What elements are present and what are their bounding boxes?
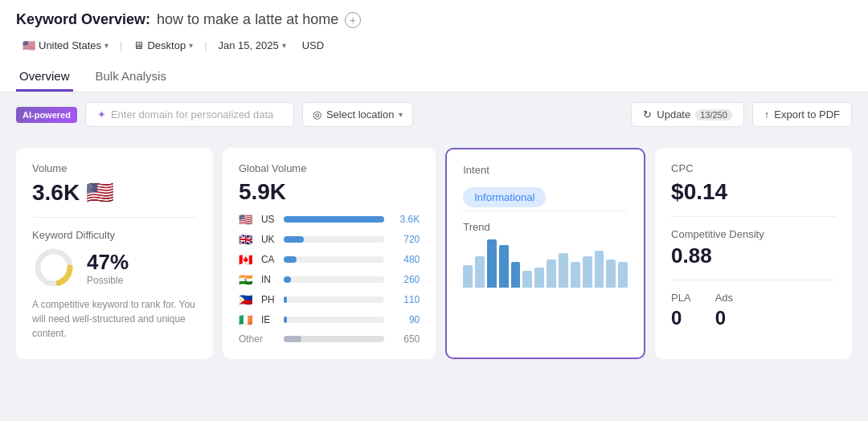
- country-code-US: US: [261, 214, 277, 225]
- difficulty-donut-chart: [32, 246, 76, 289]
- country-bar-row: 🇺🇸 US 3.6K: [239, 213, 420, 226]
- title-row: Keyword Overview: how to make a latte at…: [16, 11, 852, 28]
- ads-label: Ads: [715, 292, 733, 304]
- bar-fill-IE: [284, 317, 287, 323]
- trend-bar-11: [595, 251, 604, 288]
- device-selector[interactable]: 🖥 Desktop ▾: [127, 36, 199, 55]
- trend-bar-10: [583, 256, 592, 288]
- country-code-IE: IE: [261, 314, 277, 325]
- pla-col: PLA 0: [671, 292, 691, 329]
- tab-overview[interactable]: Overview: [16, 63, 73, 92]
- add-keyword-button[interactable]: +: [345, 12, 361, 28]
- country-flag-PH: 🇵🇭: [239, 293, 255, 306]
- country-label: United States: [39, 39, 101, 51]
- intent-label: Intent: [463, 164, 628, 176]
- pla-value: 0: [671, 307, 691, 329]
- device-icon: 🖥: [133, 39, 144, 51]
- bar-fill-UK: [284, 236, 304, 243]
- date-selector[interactable]: Jan 15, 2025 ▾: [212, 36, 293, 55]
- comp-density-value: 0.88: [671, 243, 836, 268]
- export-button[interactable]: ↑ Export to PDF: [752, 102, 852, 127]
- country-flag-CA: 🇨🇦: [239, 253, 255, 266]
- export-icon: ↑: [764, 108, 770, 121]
- bar-track-UK: [284, 236, 384, 243]
- intent-badge-value: Informational: [463, 187, 546, 207]
- volume-flag: 🇺🇸: [86, 179, 114, 206]
- bar-value-IN: 260: [391, 274, 420, 285]
- trend-bar-2: [487, 239, 497, 288]
- pla-label: PLA: [671, 292, 691, 304]
- location-selector[interactable]: ◎ Select location ▾: [302, 102, 414, 127]
- country-bar-row: 🇨🇦 CA 480: [239, 253, 420, 266]
- trend-section: Trend: [463, 210, 628, 288]
- tab-bulk-analysis[interactable]: Bulk Analysis: [92, 63, 170, 92]
- trend-bar-8: [559, 253, 568, 288]
- country-flag-US: 🇺🇸: [239, 213, 255, 226]
- date-chevron-icon: ▾: [282, 41, 286, 50]
- bar-track-CA: [284, 256, 384, 263]
- date-label: Jan 15, 2025: [219, 39, 279, 51]
- trend-bar-0: [463, 265, 473, 288]
- bar-track-US: [284, 216, 384, 223]
- intent-badge: Informational: [463, 181, 628, 207]
- location-pin-icon: ◎: [313, 108, 321, 121]
- cpc-value: $0.14: [671, 179, 836, 205]
- country-selector[interactable]: 🇺🇸 United States ▾: [16, 36, 115, 55]
- difficulty-value: 47%: [87, 250, 129, 275]
- domain-placeholder: Enter domain for personalized data: [111, 108, 273, 121]
- trend-bar-6: [534, 268, 544, 288]
- comp-density-label: Competitive Density: [671, 228, 836, 240]
- bar-fill-PH: [284, 296, 287, 303]
- toolbar: AI-powered ✦ Enter domain for personaliz…: [0, 92, 868, 137]
- page-title-query: how to make a latte at home: [157, 11, 338, 28]
- country-bar-row: 🇮🇳 IN 260: [239, 273, 420, 286]
- trend-label: Trend: [463, 221, 628, 233]
- export-label: Export to PDF: [774, 108, 840, 121]
- country-flag-IE: 🇮🇪: [239, 313, 255, 326]
- pla-divider: [671, 280, 836, 280]
- header: Keyword Overview: how to make a latte at…: [0, 0, 868, 92]
- trend-bar-3: [499, 245, 509, 288]
- ads-col: Ads 0: [715, 292, 733, 329]
- bar-value-US: 3.6K: [391, 214, 420, 225]
- bar-value-PH: 110: [391, 294, 420, 305]
- country-code-CA: CA: [261, 254, 277, 265]
- difficulty-label: Keyword Difficulty: [32, 229, 197, 241]
- trend-bar-12: [606, 260, 616, 288]
- country-bar-row: 🇬🇧 UK 720: [239, 233, 420, 246]
- update-button[interactable]: ↻ Update 13/250: [631, 102, 744, 127]
- domain-input-field[interactable]: ✦ Enter domain for personalized data: [85, 102, 294, 127]
- global-volume-card: Global Volume 5.9K 🇺🇸 US 3.6K 🇬🇧 UK 720 …: [223, 148, 436, 359]
- ads-value: 0: [715, 307, 733, 329]
- global-volume-label: Global Volume: [239, 162, 420, 174]
- device-chevron-icon: ▾: [189, 41, 193, 50]
- bar-value-IE: 90: [391, 314, 420, 325]
- volume-difficulty-card: Volume 3.6K 🇺🇸 Keyword Difficulty 47% Po…: [16, 148, 213, 359]
- currency-label: USD: [297, 36, 329, 55]
- trend-bar-13: [618, 262, 628, 288]
- difficulty-row: 47% Possible: [32, 246, 197, 289]
- country-flag-IN: 🇮🇳: [239, 273, 255, 286]
- trend-bar-4: [511, 262, 521, 288]
- trend-bar-7: [547, 260, 556, 288]
- trend-bar-1: [475, 256, 485, 288]
- country-bar-row: 🇵🇭 PH 110: [239, 293, 420, 306]
- bar-track-IE: [284, 317, 384, 323]
- other-row: Other 650: [239, 333, 420, 345]
- other-label: Other: [239, 333, 277, 345]
- page-title-keyword: Keyword Overview:: [16, 11, 150, 28]
- volume-value: 3.6K 🇺🇸: [32, 179, 197, 206]
- ai-powered-badge: AI-powered: [16, 107, 77, 123]
- device-label: Desktop: [147, 39, 186, 51]
- other-value: 650: [391, 333, 420, 345]
- intent-trend-card: Intent Informational Trend: [445, 148, 645, 359]
- trend-chart: [463, 239, 628, 288]
- trend-bar-5: [522, 271, 532, 288]
- cpc-card: CPC $0.14 Competitive Density 0.88 PLA 0…: [655, 148, 852, 359]
- pla-ads-row: PLA 0 Ads 0: [671, 292, 836, 329]
- bar-track-IN: [284, 276, 384, 283]
- volume-label: Volume: [32, 162, 197, 174]
- bar-fill-CA: [284, 256, 297, 263]
- update-label: Update: [657, 108, 690, 121]
- location-chevron-icon: ▾: [399, 110, 403, 119]
